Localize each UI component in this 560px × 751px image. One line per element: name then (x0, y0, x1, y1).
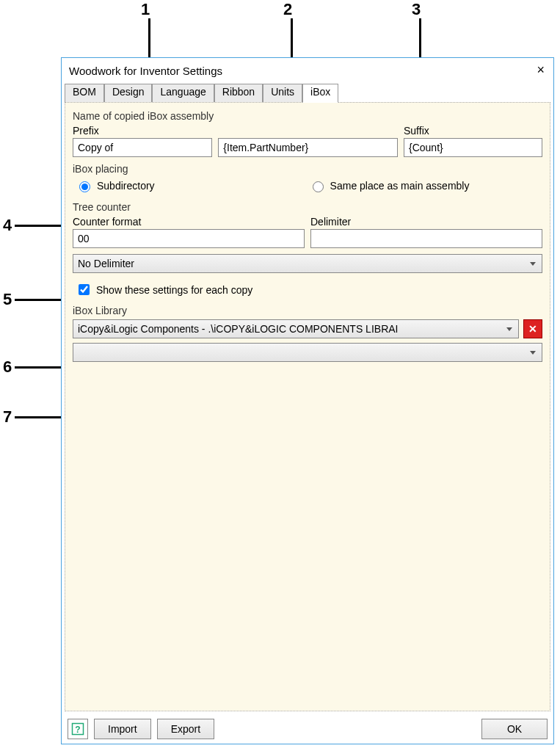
callout-1: 1 (141, 0, 150, 19)
group-placing: iBox placing (73, 163, 542, 175)
counter-format-label: Counter format (73, 216, 305, 228)
library-select-1-value: iCopy&iLogic Components - .\iCOPY&iLOGIC… (78, 323, 398, 335)
prefix-label: Prefix (73, 125, 212, 137)
partnumber-input[interactable] (218, 138, 398, 157)
tab-strip: BOM Design Language Ribbon Units iBox (62, 83, 553, 102)
tab-ribbon[interactable]: Ribbon (214, 84, 263, 103)
import-button[interactable]: Import (94, 719, 151, 739)
radio-sameplace[interactable] (313, 181, 324, 192)
delimiter-label: Delimiter (310, 216, 542, 228)
tab-units[interactable]: Units (263, 84, 302, 103)
export-button[interactable]: Export (157, 719, 214, 739)
show-settings-label: Show these settings for each copy (96, 284, 252, 296)
tab-design[interactable]: Design (104, 84, 153, 103)
suffix-label: Suffix (404, 125, 542, 137)
tab-ibox[interactable]: iBox (302, 84, 338, 103)
close-x-icon: ✕ (528, 323, 537, 335)
library-select-2[interactable] (73, 343, 542, 362)
suffix-input[interactable] (404, 138, 542, 157)
titlebar: Woodwork for Inventor Settings × (62, 58, 553, 83)
delimiter-input[interactable] (310, 229, 542, 248)
footer: ? Import Export OK (62, 714, 553, 744)
radio-subdirectory-label: Subdirectory (97, 180, 155, 192)
prefix-input[interactable] (73, 138, 212, 157)
counter-format-input[interactable] (73, 229, 305, 248)
callout-2: 2 (283, 0, 292, 19)
show-settings-checkbox[interactable] (79, 284, 90, 295)
group-name-copied: Name of copied iBox assembly (73, 110, 542, 122)
close-icon[interactable]: × (537, 62, 545, 78)
radio-subdirectory-wrap[interactable]: Subdirectory (76, 179, 155, 192)
library-select-1[interactable]: iCopy&iLogic Components - .\iCOPY&iLOGIC… (73, 319, 519, 338)
tab-content: Name of copied iBox assembly Prefix Suff… (65, 102, 550, 711)
radio-subdirectory[interactable] (79, 181, 90, 192)
help-button[interactable]: ? (68, 719, 88, 739)
help-icon: ? (71, 722, 84, 736)
callout-7: 7 (3, 407, 12, 427)
tab-bom[interactable]: BOM (65, 84, 104, 103)
callout-3: 3 (412, 0, 421, 19)
svg-text:?: ? (75, 725, 80, 735)
library-delete-button[interactable]: ✕ (523, 319, 542, 338)
radio-sameplace-label: Same place as main assembly (330, 180, 470, 192)
window-title: Woodwork for Inventor Settings (69, 65, 222, 77)
group-tree-counter: Tree counter (73, 201, 542, 213)
ok-button[interactable]: OK (481, 719, 548, 739)
group-library: iBox Library (73, 305, 542, 316)
mid-spacer (218, 125, 398, 137)
callout-6: 6 (3, 358, 12, 377)
no-delimiter-select-value: No Delimiter (78, 258, 134, 269)
callout-5: 5 (3, 290, 12, 309)
tab-language[interactable]: Language (152, 84, 214, 103)
no-delimiter-select[interactable]: No Delimiter (73, 254, 542, 273)
callout-4: 4 (3, 216, 12, 235)
settings-window: Woodwork for Inventor Settings × BOM Des… (61, 57, 554, 744)
radio-sameplace-wrap[interactable]: Same place as main assembly (309, 179, 470, 192)
